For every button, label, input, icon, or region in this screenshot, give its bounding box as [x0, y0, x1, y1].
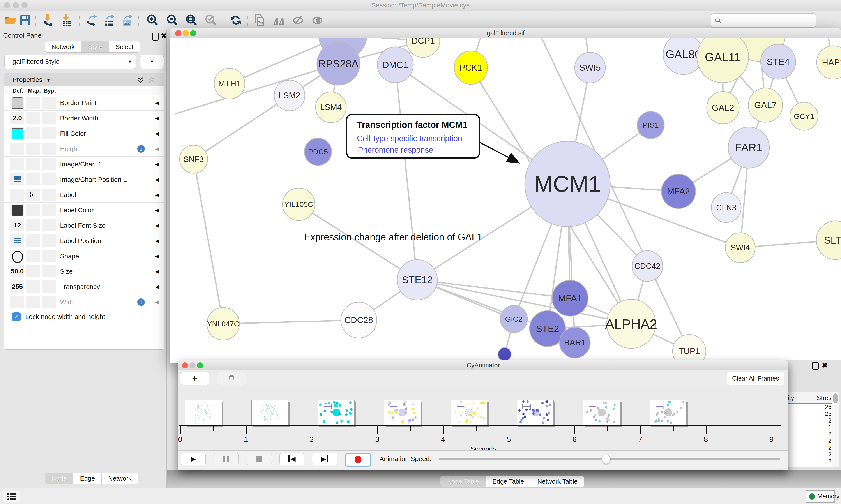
- default-value[interactable]: 2.0: [10, 112, 24, 124]
- collapse-arrow-icon[interactable]: ◀: [155, 264, 159, 279]
- expand-all-icon[interactable]: [136, 76, 145, 85]
- node-SLT2[interactable]: SLT2: [816, 221, 841, 259]
- zoom-fit-icon[interactable]: [185, 14, 198, 26]
- node-LSM4[interactable]: LSM4: [316, 92, 346, 123]
- info-icon[interactable]: i: [137, 145, 145, 152]
- tab-select[interactable]: Select: [109, 41, 140, 52]
- collapse-arrow-icon[interactable]: ◀: [155, 249, 159, 264]
- zoom-icon[interactable]: [197, 362, 203, 368]
- add-frame-button[interactable]: +: [180, 372, 209, 385]
- map-cell[interactable]: [26, 281, 40, 293]
- collapse-arrow-icon[interactable]: ◀: [155, 157, 159, 172]
- map-cell[interactable]: [26, 296, 40, 308]
- node-DCP1[interactable]: DCP1: [407, 38, 440, 57]
- pause-button[interactable]: [214, 453, 238, 465]
- def-cell[interactable]: [10, 143, 24, 155]
- play-button[interactable]: ▶: [181, 453, 205, 465]
- def-cell[interactable]: [10, 158, 24, 170]
- property-row-label[interactable]: ⁞›Label◀: [4, 187, 164, 202]
- collapse-arrow-icon[interactable]: ◀: [155, 202, 159, 218]
- property-row-size[interactable]: 50.0Size◀: [4, 264, 164, 279]
- byp-cell[interactable]: [42, 219, 56, 231]
- skip-end-button[interactable]: ▶: [312, 453, 337, 465]
- speed-slider[interactable]: [439, 458, 780, 460]
- default-value[interactable]: 12: [10, 219, 24, 231]
- default-value[interactable]: 50.0: [10, 265, 24, 277]
- def-cell[interactable]: [10, 296, 24, 308]
- search-input[interactable]: [711, 13, 816, 28]
- export-network-icon[interactable]: [85, 14, 98, 26]
- export-table-icon[interactable]: [103, 14, 115, 26]
- node-FAR1[interactable]: FAR1: [728, 127, 769, 168]
- color-swatch[interactable]: [12, 205, 23, 216]
- collapse-arrow-icon[interactable]: ◀: [155, 218, 159, 233]
- table-row[interactable]: 2: [788, 451, 831, 458]
- task-history-button[interactable]: [3, 491, 20, 502]
- speed-slider-thumb[interactable]: [602, 455, 610, 464]
- playhead[interactable]: [375, 386, 375, 426]
- frame-thumbnail-2[interactable]: [318, 400, 355, 425]
- byp-cell[interactable]: [42, 143, 56, 155]
- node-MFA1[interactable]: MFA1: [552, 280, 588, 316]
- byp-cell[interactable]: [42, 265, 56, 277]
- export-image-icon[interactable]: [121, 14, 133, 26]
- float-panel-icon[interactable]: [812, 362, 819, 370]
- node-SWI4[interactable]: SWI4: [726, 233, 755, 263]
- def-cell[interactable]: [10, 204, 24, 216]
- table-row[interactable]: 2: [788, 444, 831, 451]
- table-header[interactable]: ity Stres: [788, 392, 831, 403]
- table-row[interactable]: 1: [788, 424, 831, 431]
- lock-size-checkbox[interactable]: ✓: [12, 312, 21, 321]
- tab-style[interactable]: Style: [82, 41, 109, 52]
- node-DMC1[interactable]: DMC1: [377, 47, 413, 83]
- tab-network-table[interactable]: Network Table: [531, 476, 584, 487]
- collapse-arrow-icon[interactable]: ◀: [155, 172, 159, 187]
- style-options-button[interactable]: ▾: [140, 55, 164, 69]
- byp-cell[interactable]: [42, 250, 56, 262]
- color-swatch[interactable]: [12, 128, 23, 140]
- def-cell[interactable]: [10, 234, 24, 247]
- property-row-height[interactable]: Heighti◀: [4, 141, 164, 157]
- frame-thumbnail-3[interactable]: [384, 400, 421, 425]
- node-GIC2[interactable]: GIC2: [500, 305, 527, 332]
- map-cell[interactable]: [26, 204, 40, 216]
- node-RPS28A[interactable]: RPS28A: [317, 42, 360, 85]
- table-row[interactable]: 2: [788, 437, 831, 444]
- node-GCY1[interactable]: GCY1: [790, 102, 818, 130]
- node-GAL7[interactable]: GAL7: [748, 88, 783, 122]
- minimize-window-icon[interactable]: [13, 2, 19, 8]
- byp-cell[interactable]: [42, 112, 56, 124]
- collapse-arrow-icon[interactable]: ◀: [155, 279, 159, 294]
- table-row[interactable]: 25: [788, 410, 831, 417]
- edge-SNF3-YNL047C[interactable]: [194, 159, 223, 324]
- edge-YNL047C-CDC28[interactable]: [223, 320, 359, 324]
- annotation-link-1[interactable]: Cell-type-specific transcription: [357, 134, 462, 143]
- discrete-mapping-icon[interactable]: ⁞›: [29, 188, 34, 201]
- float-panel-icon[interactable]: [152, 33, 159, 40]
- tab-edge[interactable]: Edge: [73, 473, 102, 484]
- node-CDC28[interactable]: CDC28: [341, 302, 377, 338]
- map-cell[interactable]: [26, 112, 40, 124]
- network-window-titlebar[interactable]: galFiltered.sif: [171, 28, 841, 38]
- tab-network[interactable]: Network: [102, 473, 138, 484]
- annotation-box[interactable]: Transcription factor MCM1 Cell-type-spec…: [346, 114, 480, 159]
- node-TUP1[interactable]: TUP1: [673, 335, 706, 363]
- open-folder-icon[interactable]: [4, 14, 17, 26]
- table-row[interactable]: 2: [788, 458, 831, 465]
- color-swatch[interactable]: [12, 97, 23, 109]
- zoom-icon[interactable]: [190, 30, 196, 36]
- binoculars-icon[interactable]: [272, 14, 285, 26]
- column-ity[interactable]: ity: [788, 394, 794, 401]
- hide-selected-icon[interactable]: [292, 14, 304, 26]
- collapse-arrow-icon[interactable]: ◀: [155, 141, 159, 156]
- node-STE12[interactable]: STE12: [397, 260, 437, 300]
- minimize-icon[interactable]: [183, 30, 189, 36]
- node-STE4[interactable]: STE4: [761, 44, 796, 79]
- property-row-border-width[interactable]: 2.0Border Width◀: [4, 111, 164, 126]
- def-cell[interactable]: [10, 127, 24, 140]
- save-icon[interactable]: [19, 14, 32, 26]
- collapse-arrow-icon[interactable]: ◀: [155, 187, 159, 202]
- zoom-in-icon[interactable]: [146, 14, 159, 26]
- node-CLN3[interactable]: CLN3: [711, 193, 741, 222]
- memory-button[interactable]: Memory: [806, 490, 835, 503]
